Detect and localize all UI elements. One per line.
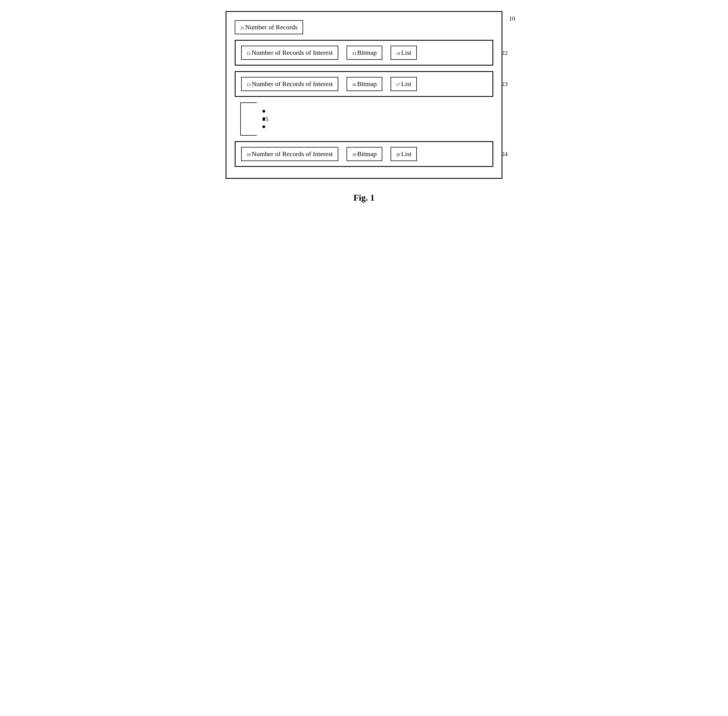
row24-label: 24	[502, 150, 508, 158]
row22-label: 22	[502, 49, 508, 56]
row24-item-2-box: 20 List	[391, 147, 417, 161]
subscript-19: 19	[352, 153, 356, 157]
subscript-12: 12	[247, 52, 250, 56]
number-of-records-label: Number of Records	[245, 24, 297, 31]
row23-item-0-label: Number of Records of Interest	[252, 80, 333, 88]
row-22: 12 Number of Records of Interest 13 Bitm…	[235, 40, 493, 65]
page-container: 11 Number of Records 12 Number of Record…	[226, 11, 502, 203]
row-23: 15 Number of Records of Interest 16 Bitm…	[235, 71, 493, 97]
subscript-11: 11	[240, 26, 244, 30]
number-of-records-box: 11 Number of Records	[235, 20, 303, 34]
subscript-16: 16	[352, 83, 356, 87]
subscript-15: 15	[247, 83, 250, 87]
row-24: 18 Number of Records of Interest 19 Bitm…	[235, 141, 493, 167]
row24-item-1-box: 19 Bitmap	[347, 147, 382, 161]
row22-item-0-box: 12 Number of Records of Interest	[241, 46, 338, 60]
outer-box: 11 Number of Records 12 Number of Record…	[226, 11, 502, 179]
row23-item-1-box: 16 Bitmap	[347, 77, 382, 91]
dot-1	[262, 110, 265, 113]
row22-item-1-box: 13 Bitmap	[347, 46, 382, 60]
subscript-17: 17	[396, 83, 400, 87]
ellipsis-section: 25	[235, 102, 493, 136]
row22-item-2-label: List	[401, 49, 411, 56]
row23-label: 23	[502, 80, 508, 88]
row24-item-0-box: 18 Number of Records of Interest	[241, 147, 338, 161]
ellipsis-bracket	[240, 102, 257, 136]
row22-item-1-label: Bitmap	[357, 49, 377, 56]
row22-item-0-label: Number of Records of Interest	[252, 49, 333, 56]
subscript-13: 13	[352, 52, 356, 56]
row23-item-2-label: List	[401, 80, 411, 88]
row24-item-0-label: Number of Records of Interest	[252, 150, 333, 158]
row23-item-0-box: 15 Number of Records of Interest	[241, 77, 338, 91]
row23-item-2-box: 17 List	[391, 77, 417, 91]
row24-item-2-label: List	[401, 150, 411, 158]
row22-item-2-box: 14 List	[391, 46, 417, 60]
row23-item-1-label: Bitmap	[357, 80, 377, 88]
subscript-14: 14	[396, 52, 400, 56]
top-row: 11 Number of Records	[235, 20, 493, 34]
figure-caption: Fig. 1	[353, 193, 375, 203]
dot-3	[262, 125, 265, 128]
subscript-18: 18	[247, 153, 250, 157]
row24-item-1-label: Bitmap	[357, 150, 377, 158]
outer-box-label: 10	[509, 15, 515, 22]
ellipsis-label: 25	[262, 115, 268, 123]
subscript-20: 20	[396, 153, 400, 157]
